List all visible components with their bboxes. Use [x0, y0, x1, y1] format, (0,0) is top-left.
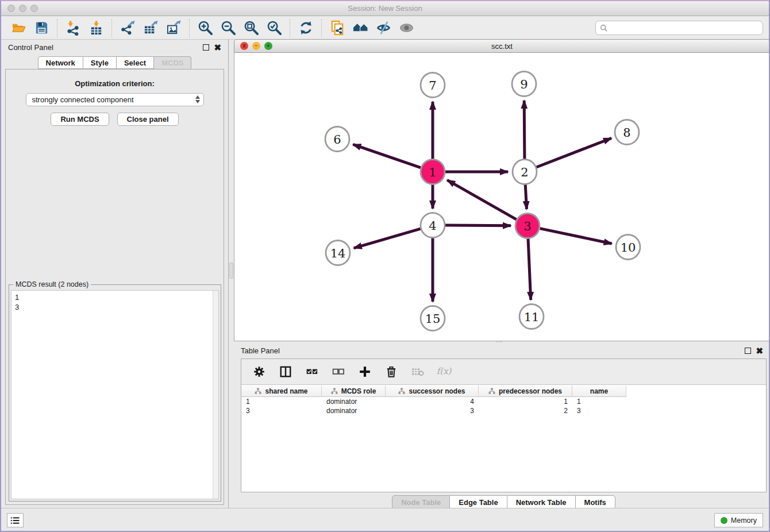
titlebar: Session: New Session — [1, 1, 769, 16]
import-table-icon[interactable] — [87, 20, 105, 37]
delete-icon[interactable] — [383, 363, 400, 380]
network-from-selection-icon[interactable] — [329, 20, 346, 37]
graph-node-15[interactable]: 15 — [421, 306, 445, 331]
table-panel: Table Panel ✖ f(x) shared nameMCDS roles… — [234, 342, 770, 510]
select-all-icon[interactable] — [303, 363, 321, 380]
network-close-button[interactable]: x — [240, 42, 248, 50]
column-type-icon — [255, 388, 261, 395]
zoom-in-icon[interactable] — [197, 20, 214, 37]
svg-text:10: 10 — [621, 241, 636, 255]
graph-edge-4-14[interactable] — [354, 229, 421, 248]
toolbar-separator — [111, 19, 112, 37]
memory-button[interactable]: Memory — [714, 513, 763, 527]
table-row[interactable]: 1dominator411 — [241, 397, 766, 406]
network-minimize-button[interactable]: − — [252, 42, 260, 50]
memory-label: Memory — [731, 516, 757, 525]
gear-icon[interactable] — [251, 363, 268, 380]
graph-node-11[interactable]: 11 — [519, 304, 544, 329]
column-header-name[interactable]: name — [572, 385, 626, 397]
node-table: f(x) shared nameMCDS rolesuccessor nodes… — [241, 358, 767, 492]
column-header-MCDS-role[interactable]: MCDS role — [322, 385, 386, 397]
vertical-splitter-handle[interactable] — [229, 263, 233, 279]
float-panel-icon[interactable] — [203, 44, 209, 51]
tab-edge-table[interactable]: Edge Table — [450, 495, 507, 509]
log-console-button[interactable] — [7, 513, 24, 527]
tab-node-table[interactable]: Node Table — [392, 495, 450, 509]
zoom-selected-icon[interactable] — [265, 20, 283, 37]
table-toolbar: f(x) — [241, 359, 766, 385]
mcds-result-list: 13 — [11, 290, 219, 499]
tab-select[interactable]: Select — [117, 56, 154, 69]
graph-edge-3-10[interactable] — [540, 229, 612, 244]
run-mcds-button[interactable]: Run MCDS — [51, 113, 109, 126]
graph-node-3[interactable]: 3 — [515, 214, 540, 238]
tab-mcds[interactable]: MCDS — [154, 56, 191, 69]
float-table-panel-icon[interactable] — [745, 348, 751, 354]
graph-node-4[interactable]: 4 — [421, 213, 445, 238]
export-network-icon[interactable] — [119, 20, 136, 37]
deselect-all-icon[interactable] — [330, 363, 347, 380]
search-input[interactable] — [611, 24, 759, 32]
columns-icon[interactable] — [277, 363, 294, 380]
mcds-panel: Optimization criterion: strongly connect… — [5, 69, 224, 505]
export-table-icon[interactable] — [142, 20, 159, 37]
graph-node-10[interactable]: 10 — [616, 235, 640, 260]
home-icon[interactable] — [352, 20, 369, 37]
function-icon: f(x) — [436, 363, 453, 380]
apply-layout-icon[interactable] — [297, 20, 314, 37]
tab-network-table[interactable]: Network Table — [507, 495, 576, 509]
graph-edge-2-9[interactable] — [524, 101, 525, 159]
export-image-icon[interactable] — [165, 20, 182, 37]
close-panel-icon[interactable]: ✖ — [214, 44, 221, 51]
toolbar-separator — [290, 19, 290, 37]
result-scrollbar[interactable] — [213, 291, 218, 499]
zoom-fit-icon[interactable] — [242, 20, 260, 37]
graph-edge-3-1[interactable] — [447, 180, 517, 219]
criterion-select[interactable]: strongly connected component — [26, 93, 204, 106]
hide-network-icon[interactable] — [375, 20, 392, 37]
graph-edge-3-11[interactable] — [528, 238, 531, 300]
network-canvas[interactable]: 7968124314101511 — [234, 53, 770, 341]
table-header-row: shared nameMCDS rolesuccessor nodesprede… — [241, 385, 626, 397]
svg-text:14: 14 — [330, 246, 346, 260]
tab-style[interactable]: Style — [83, 56, 117, 69]
graph-edge-1-6[interactable] — [353, 144, 421, 168]
svg-text:7: 7 — [429, 79, 436, 92]
column-header-successor-nodes[interactable]: successor nodes — [386, 385, 479, 397]
network-maximize-button[interactable]: + — [264, 42, 272, 50]
search-box[interactable] — [595, 21, 763, 35]
column-header-shared-name[interactable]: shared name — [241, 385, 322, 397]
graph-edge-2-3[interactable] — [525, 184, 526, 209]
table-cell: dominator — [322, 397, 386, 406]
graph-node-6[interactable]: 6 — [325, 127, 349, 152]
graph-node-8[interactable]: 8 — [615, 120, 639, 145]
graph-node-14[interactable]: 14 — [326, 241, 350, 265]
table-cell: dominator — [322, 406, 386, 415]
svg-text:4: 4 — [429, 219, 436, 233]
save-session-icon[interactable] — [33, 20, 50, 37]
close-panel-button[interactable]: Close panel — [117, 113, 179, 126]
tab-network[interactable]: Network — [38, 56, 83, 69]
graph-node-9[interactable]: 9 — [512, 72, 536, 97]
select-stepper-icon — [195, 95, 200, 103]
toolbar-separator — [57, 19, 57, 37]
search-icon — [600, 24, 608, 32]
network-window-title: scc.txt — [234, 42, 769, 51]
toolbar-separator — [189, 19, 190, 37]
result-item: 3 — [15, 302, 218, 312]
show-network-icon[interactable] — [398, 20, 415, 37]
open-session-icon[interactable] — [10, 20, 27, 37]
graph-edge-4-3[interactable] — [445, 225, 511, 226]
column-header-predecessor-nodes[interactable]: predecessor nodes — [479, 385, 572, 397]
add-icon[interactable] — [356, 363, 374, 380]
close-table-panel-icon[interactable]: ✖ — [756, 348, 763, 354]
svg-text:1: 1 — [429, 165, 436, 179]
zoom-out-icon[interactable] — [220, 20, 237, 37]
graph-node-2[interactable]: 2 — [513, 160, 537, 184]
graph-edge-2-8[interactable] — [537, 138, 612, 168]
graph-node-7[interactable]: 7 — [421, 73, 445, 98]
import-network-icon[interactable] — [64, 20, 82, 37]
graph-node-1[interactable]: 1 — [421, 160, 445, 184]
tab-motifs[interactable]: Motifs — [576, 495, 615, 509]
table-row[interactable]: 3dominator323 — [241, 406, 766, 415]
